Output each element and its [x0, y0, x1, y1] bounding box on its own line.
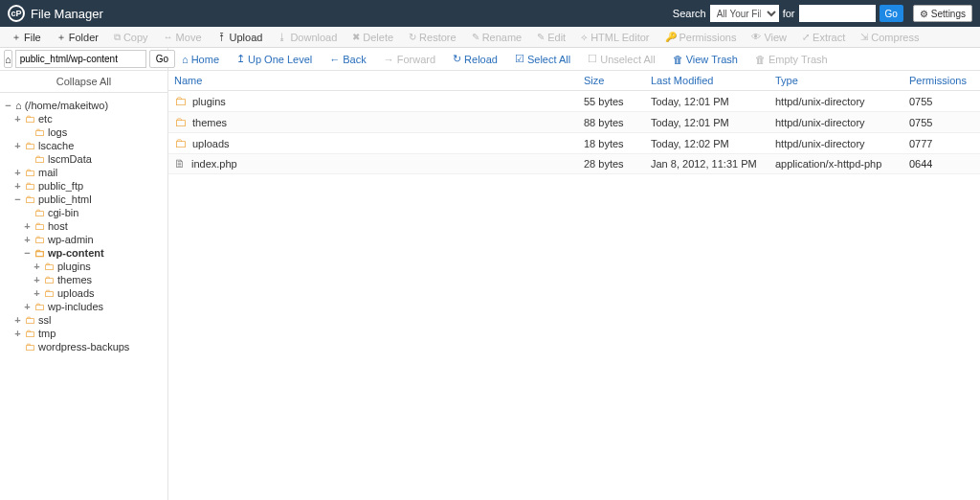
tree-item-logs[interactable]: 🗀logs: [4, 125, 164, 139]
file-name: themes: [192, 117, 227, 128]
tree-item-lscmdata[interactable]: 🗀lscmData: [4, 152, 164, 166]
file-modified: Today, 12:01 PM: [645, 91, 769, 112]
folder-icon: 🗀: [174, 136, 187, 150]
path-bar: ⌂ Go: [0, 48, 168, 70]
expand-icon[interactable]: +: [23, 220, 32, 232]
path-input[interactable]: [15, 50, 146, 68]
toolbar-download: ⭳Download: [270, 27, 345, 48]
expand-icon[interactable]: +: [13, 328, 22, 339]
folder-icon: 🗀: [25, 328, 35, 339]
col-header-type[interactable]: Type: [769, 71, 903, 91]
col-header-name[interactable]: Name: [168, 71, 578, 91]
delete-icon: ✖: [352, 32, 360, 42]
file-row-themes[interactable]: 🗀themes88 bytesToday, 12:01 PMhttpd/unix…: [168, 112, 980, 133]
file-icon: ＋: [11, 31, 21, 44]
col-header-modified[interactable]: Last Modified: [645, 71, 769, 91]
settings-button[interactable]: ⚙ Settings: [913, 5, 972, 22]
tree-item-lscache[interactable]: +🗀lscache: [4, 139, 164, 152]
file-row-plugins[interactable]: 🗀plugins55 bytesToday, 12:01 PMhttpd/uni…: [168, 91, 980, 112]
search-scope-select[interactable]: All Your Files: [710, 5, 779, 22]
collapse-all-button[interactable]: Collapse All: [0, 71, 167, 93]
filenav-select-all[interactable]: ☑Select All: [507, 53, 578, 65]
folder-icon: 🗀: [174, 94, 187, 108]
html editor-icon: ⟡: [581, 32, 588, 43]
expand-icon[interactable]: +: [13, 167, 22, 178]
tree-item-tmp[interactable]: +🗀tmp: [4, 327, 164, 340]
file-nav-bar: ⌂Home↥Up One Level←Back→Forward↻Reload☑S…: [168, 48, 980, 70]
cpanel-logo-icon: cP: [8, 5, 25, 22]
file-type: httpd/unix-directory: [769, 112, 903, 133]
expand-icon[interactable]: +: [33, 287, 41, 299]
location-row: ⌂ Go ⌂Home↥Up One Level←Back→Forward↻Rel…: [0, 48, 980, 71]
folder-icon: 🗀: [25, 341, 35, 352]
edit-icon: ✎: [537, 32, 545, 42]
tree-item-plugins[interactable]: +🗀plugins: [4, 260, 164, 273]
tree-item-ssl[interactable]: +🗀ssl: [4, 313, 164, 327]
filenav-back[interactable]: ←Back: [322, 54, 373, 65]
folder-icon: 🗀: [174, 115, 187, 129]
extract-icon: ⤢: [802, 32, 810, 42]
filenav-reload[interactable]: ↻Reload: [445, 53, 505, 65]
tree-item-public_html[interactable]: −🗀public_html: [4, 193, 164, 206]
expand-icon[interactable]: +: [13, 180, 22, 192]
col-header-size[interactable]: Size: [578, 71, 645, 91]
brand: cP File Manager: [8, 5, 103, 22]
file-icon: 🗎: [174, 157, 186, 170]
file-perm: 0644: [903, 154, 980, 174]
expand-icon[interactable]: −: [23, 247, 32, 259]
toolbar-upload[interactable]: ⭱Upload: [210, 27, 271, 48]
expand-icon[interactable]: +: [23, 234, 32, 245]
toolbar-html-editor: ⟡HTML Editor: [573, 27, 657, 48]
toolbar-file[interactable]: ＋File: [4, 27, 49, 48]
expand-icon[interactable]: +: [13, 140, 22, 151]
tree-item-themes[interactable]: +🗀themes: [4, 273, 164, 286]
tree-item-host[interactable]: +🗀host: [4, 219, 164, 233]
search-input[interactable]: [799, 5, 876, 22]
copy-icon: ⧉: [114, 32, 121, 43]
file-row-uploads[interactable]: 🗀uploads18 bytesToday, 12:02 PMhttpd/uni…: [168, 133, 980, 154]
file-modified: Today, 12:02 PM: [645, 133, 769, 154]
tree-item-wp-content[interactable]: −🗀wp-content: [4, 246, 164, 260]
toolbar-folder[interactable]: ＋Folder: [49, 27, 106, 48]
expand-icon[interactable]: +: [33, 274, 41, 285]
main-toolbar: ＋File＋Folder⧉Copy↔Move⭱Upload⭳Download✖D…: [0, 27, 980, 48]
toolbar-extract: ⤢Extract: [794, 27, 853, 48]
folder-icon: 🗀: [44, 287, 55, 299]
expand-icon[interactable]: −: [13, 193, 22, 205]
folder-icon: 🗀: [34, 126, 45, 138]
toolbar-compress: ⇲Compress: [853, 27, 926, 48]
download-icon: ⭳: [278, 32, 287, 42]
search-go-button[interactable]: Go: [880, 5, 903, 22]
tree-item-cgi-bin[interactable]: 🗀cgi-bin: [4, 206, 164, 219]
expand-icon[interactable]: +: [23, 301, 32, 312]
up-one-level-icon: ↥: [236, 53, 245, 65]
filenav-empty-trash: 🗑Empty Trash: [747, 54, 835, 65]
filenav-home[interactable]: ⌂Home: [174, 54, 227, 65]
tree-item-etc[interactable]: +🗀etc: [4, 112, 164, 125]
filenav-view-trash[interactable]: 🗑View Trash: [665, 54, 746, 65]
col-header-permissions[interactable]: Permissions: [903, 71, 980, 91]
expand-icon[interactable]: −: [4, 100, 12, 111]
folder-icon: 🗀: [44, 261, 55, 272]
folder-icon: 🗀: [25, 180, 35, 192]
tree-root[interactable]: −⌂ (/home/makeitwo): [4, 99, 164, 112]
tree-item-wordpress-backups[interactable]: 🗀wordpress-backups: [4, 340, 164, 353]
folder-icon: 🗀: [25, 140, 35, 151]
back-icon: ←: [329, 54, 340, 65]
tree-item-public_ftp[interactable]: +🗀public_ftp: [4, 179, 164, 193]
tree-item-uploads[interactable]: +🗀uploads: [4, 286, 164, 300]
folder-icon: 🗀: [25, 167, 35, 178]
file-row-index-php[interactable]: 🗎index.php28 bytesJan 8, 2012, 11:31 PMa…: [168, 154, 980, 174]
tree-item-mail[interactable]: +🗀mail: [4, 166, 164, 179]
home-button[interactable]: ⌂: [4, 50, 12, 68]
home-icon: ⌂: [182, 54, 189, 65]
expand-icon[interactable]: +: [33, 261, 41, 272]
expand-icon[interactable]: +: [13, 314, 22, 326]
expand-icon[interactable]: +: [13, 113, 22, 125]
filenav-up-one-level[interactable]: ↥Up One Level: [229, 53, 320, 65]
tree-item-wp-admin[interactable]: +🗀wp-admin: [4, 233, 164, 246]
folder-icon: 🗀: [25, 193, 35, 205]
file-size: 55 bytes: [578, 91, 645, 112]
app-header: cP File Manager Search All Your Files fo…: [0, 0, 980, 27]
tree-item-wp-includes[interactable]: +🗀wp-includes: [4, 300, 164, 313]
